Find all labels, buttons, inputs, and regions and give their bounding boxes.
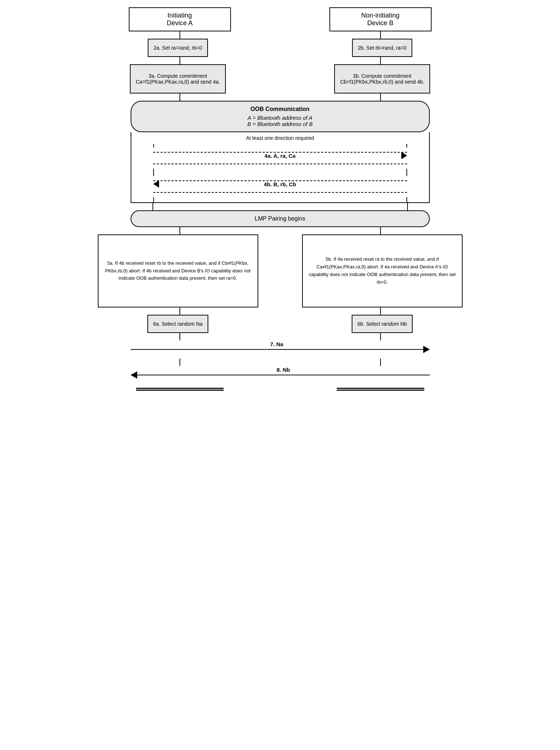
step-5b-label: 5b. If 4a received reset ra to the recei…: [308, 256, 457, 286]
bottom-line-right: [337, 388, 424, 391]
step-6b-box: 6b. Select random Nb: [352, 315, 413, 333]
step-2a-box: 2a. Set ra=rand, rb=0: [148, 39, 208, 57]
step-2b-label: 2b. Set rb=rand, ra=0: [358, 45, 406, 51]
oob-title: OOB Communication: [139, 106, 422, 112]
vline-a-3: [179, 93, 180, 101]
vline-a-4: [152, 203, 153, 210]
direction-outer-box: At least one direction required 4a. A, r…: [131, 132, 430, 203]
vline-a-8: [179, 359, 180, 366]
step-3b-box: 3b. Compute commitment Cb=f1(PKbx,PKbx,r…: [334, 64, 430, 93]
vline-a-5: [179, 227, 180, 234]
device-a-title: Initiating: [167, 12, 192, 19]
step3-row: 3a. Compute commitment Ca=f1(PKax,PKax,r…: [80, 64, 481, 93]
device-labels-row: Initiating Device A Non-initiating Devic…: [80, 7, 481, 31]
dashed-bottom-4b: [153, 192, 407, 193]
device-a-subtitle: Device A: [167, 19, 193, 27]
oob-line1: A = Bluetooth address of A: [139, 115, 422, 121]
step-3b-label: 3b. Compute commitment Cb=f1(PKbx,PKbx,r…: [340, 73, 424, 85]
vline-b-5: [380, 227, 381, 234]
inner-vline-right-2: [406, 169, 407, 176]
vline-b-3: [380, 93, 381, 101]
step-2b-box: 2b. Set rb=rand, ra=0: [352, 39, 412, 57]
arrow-7-container: 7. Na: [131, 340, 430, 359]
step-5a-label: 5a. If 4b received reset rb to the recei…: [104, 260, 252, 282]
inner-vline-left-1: [153, 144, 154, 148]
inner-vline-left-3: [153, 197, 154, 202]
arrow-8-head: [131, 371, 137, 379]
step-5a-box: 5a. If 4b received reset rb to the recei…: [98, 234, 258, 307]
device-b-subtitle: Device B: [367, 19, 393, 27]
oob-box: OOB Communication A = Bluetooth address …: [131, 101, 430, 132]
arrow-4b-label: 4b. B, rb, Cb: [153, 181, 407, 187]
vline-a-1: [179, 31, 180, 39]
step-2a-label: 2a. Set ra=rand, rb=0: [154, 45, 202, 51]
arrow-4a-container: 4a. A, ra, Ca: [153, 149, 407, 167]
arrow-7-head: [423, 346, 430, 353]
direction-label: At least one direction required: [131, 132, 429, 144]
step-6a-box: 6a. Select random Na: [147, 315, 208, 333]
arrow-8-line: 8. Nb: [137, 375, 430, 375]
oob-section: OOB Communication A = Bluetooth address …: [131, 101, 430, 132]
step-6a-label: 6a. Select random Na: [153, 321, 202, 327]
step5-row: 5a. If 4b received reset rb to the recei…: [80, 234, 481, 307]
device-b-title: Non-initiating: [361, 12, 399, 19]
vline-b-1: [380, 31, 381, 39]
inner-vline-right-1: [406, 144, 407, 148]
step2-row: 2a. Set ra=rand, rb=0 2b. Set rb=rand, r…: [80, 39, 481, 57]
arrow-4a-label: 4a. A, ra, Ca: [153, 153, 407, 159]
step6-row: 6a. Select random Na 6b. Select random N…: [80, 315, 481, 333]
lmp-label: LMP Pairing begins: [255, 215, 305, 222]
oob-line2: B = Bluetooth address of B: [139, 121, 422, 127]
bottom-line-left: [136, 388, 224, 391]
vline-b-8: [380, 359, 381, 366]
vline-a-6: [179, 307, 180, 315]
step-3a-label: 3a. Compute commitment Ca=f1(PKax,PKax,r…: [136, 73, 220, 85]
vline-b-7: [380, 333, 381, 340]
step-5b-box: 5b. If 4a received reset ra to the recei…: [302, 234, 463, 307]
arrow-8-label: 8. Nb: [137, 367, 430, 373]
vline-a-2: [179, 57, 180, 64]
vline-b-2: [380, 57, 381, 64]
step-3a-box: 3a. Compute commitment Ca=f1(PKax,PKax,r…: [130, 64, 226, 93]
arrow-7-line: 7. Na: [131, 349, 423, 350]
arrow-8-container: 8. Nb: [131, 366, 430, 384]
arrow-4b-container: 4b. B, rb, Cb: [153, 177, 407, 196]
arrow-7-label: 7. Na: [131, 341, 423, 347]
vline-a-7: [179, 333, 180, 340]
inner-vline-left-2: [153, 169, 154, 176]
diagram: Initiating Device A Non-initiating Devic…: [80, 7, 481, 398]
vline-b-4: [407, 203, 408, 210]
lmp-box: LMP Pairing begins: [131, 210, 430, 227]
lmp-section: LMP Pairing begins: [131, 210, 430, 227]
inner-vline-right-3: [406, 197, 407, 202]
step-6b-label: 6b. Select random Nb: [358, 321, 407, 327]
device-a-box: Initiating Device A: [129, 7, 231, 31]
device-b-box: Non-initiating Device B: [329, 7, 432, 31]
dashed-bottom-4a: [153, 164, 407, 164]
vline-b-6: [380, 307, 381, 315]
